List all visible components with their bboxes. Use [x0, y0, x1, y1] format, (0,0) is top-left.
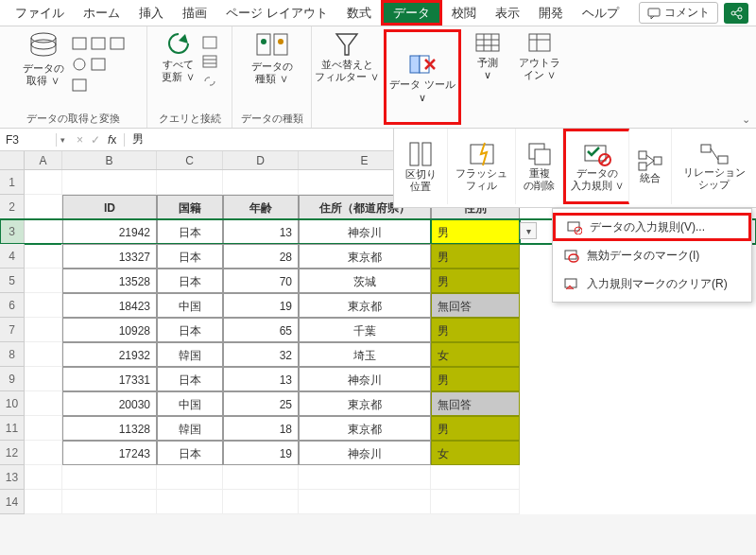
cell-addr[interactable]: 茨城 — [299, 269, 431, 293]
tab-formula[interactable]: 数式 — [337, 3, 381, 23]
cell-sex[interactable]: 無回答 — [431, 293, 520, 318]
forecast-button[interactable]: 予測 ∨ — [473, 30, 502, 81]
cell-sex[interactable]: 男 — [431, 244, 520, 269]
tab-data[interactable]: データ — [381, 0, 442, 26]
row-header[interactable]: 5 — [0, 269, 25, 293]
cell-sex[interactable]: 男 — [431, 367, 520, 391]
cell-id[interactable]: 21942 — [62, 219, 157, 244]
cell-sex[interactable]: 男 — [431, 416, 520, 441]
col-D[interactable]: D — [223, 151, 299, 169]
menu-clear-circles[interactable]: 入力規則マークのクリア(R) — [553, 269, 751, 298]
cell-addr[interactable]: 神奈川 — [299, 441, 431, 465]
cell-age[interactable]: 65 — [223, 318, 299, 342]
cell-id[interactable]: 13528 — [62, 269, 157, 293]
tab-review[interactable]: 校閲 — [442, 3, 486, 23]
cell-age[interactable]: 19 — [223, 441, 299, 465]
cell-sex[interactable]: 男 — [431, 219, 520, 244]
cell-nat[interactable]: 日本 — [157, 441, 223, 465]
tab-file[interactable]: ファイル — [6, 3, 74, 23]
cell-nat[interactable]: 韓国 — [157, 416, 223, 441]
properties-icon[interactable] — [202, 55, 217, 68]
col-C[interactable]: C — [157, 151, 223, 169]
from-file-icon[interactable] — [72, 36, 125, 51]
cell-sex[interactable]: 無回答 — [431, 391, 520, 416]
cell-nat[interactable]: 日本 — [157, 367, 223, 391]
enter-icon[interactable]: ✓ — [91, 133, 100, 147]
row-header[interactable]: 1 — [0, 170, 25, 195]
cell-nat[interactable]: 中国 — [157, 293, 223, 318]
cell-addr[interactable]: 千葉 — [299, 318, 431, 342]
cell-age[interactable]: 19 — [223, 293, 299, 318]
tab-help[interactable]: ヘルプ — [573, 3, 628, 23]
data-types-button[interactable]: データの 種類 ∨ — [251, 30, 293, 85]
row-header[interactable]: 11 — [0, 416, 25, 441]
cell-id[interactable]: 13327 — [62, 244, 157, 269]
edit-links-icon[interactable] — [202, 74, 217, 87]
comments-button[interactable]: コメント — [639, 2, 718, 24]
cell-age[interactable]: 18 — [223, 416, 299, 441]
name-box[interactable]: F3 — [0, 133, 57, 147]
cell-nat[interactable]: 日本 — [157, 269, 223, 293]
tab-view[interactable]: 表示 — [486, 3, 529, 23]
consolidate-button[interactable]: 統合 — [629, 129, 672, 204]
cell-addr[interactable]: 東京都 — [299, 391, 431, 416]
row-header[interactable]: 4 — [0, 244, 25, 269]
text-to-columns-button[interactable]: 区切り位置 — [394, 129, 448, 204]
cell-age[interactable]: 13 — [223, 367, 299, 391]
cell-addr[interactable]: 東京都 — [299, 416, 431, 441]
cell-nat[interactable]: 中国 — [157, 391, 223, 416]
select-all-corner[interactable] — [0, 151, 25, 170]
row-header[interactable]: 7 — [0, 318, 25, 342]
share-button[interactable] — [724, 3, 748, 24]
from-web-icon[interactable] — [72, 57, 125, 72]
cell-addr[interactable]: 東京都 — [299, 293, 431, 318]
cell-id[interactable]: 10928 — [62, 318, 157, 342]
get-data-button[interactable]: データの 取得 ∨ — [23, 30, 64, 87]
col-B[interactable]: B — [62, 151, 157, 169]
tab-dev[interactable]: 開発 — [529, 3, 573, 23]
cell-id[interactable]: 21932 — [62, 342, 157, 367]
cell-sex[interactable]: 男 — [431, 318, 520, 342]
data-tools-button[interactable]: データ ツール ∨ — [389, 50, 455, 103]
outline-button[interactable]: アウトラ イン ∨ — [519, 30, 560, 81]
menu-data-validation[interactable]: データの入力規則(V)... — [553, 213, 751, 241]
cell-age[interactable]: 13 — [223, 219, 299, 244]
from-table-icon[interactable] — [72, 78, 106, 93]
cell-age[interactable]: 25 — [223, 391, 299, 416]
cell-nat[interactable]: 日本 — [157, 318, 223, 342]
sort-filter-button[interactable]: 並べ替えと フィルター ∨ — [315, 30, 378, 83]
cell-id[interactable]: 20030 — [62, 391, 157, 416]
cell-id[interactable]: 17243 — [62, 441, 157, 465]
tab-insert[interactable]: 挿入 — [129, 3, 173, 23]
cell-nat[interactable]: 日本 — [157, 244, 223, 269]
refresh-all-button[interactable]: すべて 更新 ∨ — [162, 30, 194, 83]
collapse-ribbon-icon[interactable]: ⌄ — [742, 113, 750, 126]
cell-id[interactable]: 17331 — [62, 367, 157, 391]
cell-id[interactable]: 18423 — [62, 293, 157, 318]
cell-sex[interactable]: 女 — [431, 441, 520, 465]
row-header[interactable]: 10 — [0, 391, 25, 416]
cancel-icon[interactable]: × — [77, 133, 83, 147]
remove-duplicates-button[interactable]: 重複 の削除 — [516, 129, 563, 204]
cell-addr[interactable]: 埼玉 — [299, 342, 431, 367]
data-validation-button[interactable]: データの 入力規則 ∨ — [563, 129, 629, 204]
tab-draw[interactable]: 描画 — [173, 3, 216, 23]
menu-circle-invalid[interactable]: 無効データのマーク(I) — [553, 241, 751, 269]
cell-addr[interactable]: 東京都 — [299, 244, 431, 269]
cell-sex[interactable]: 男 — [431, 269, 520, 293]
row-header[interactable]: 12 — [0, 441, 25, 465]
cell-age[interactable]: 70 — [223, 269, 299, 293]
flash-fill-button[interactable]: フラッシュ フィル — [448, 129, 516, 204]
row-header[interactable]: 6 — [0, 293, 25, 318]
row-header[interactable]: 14 — [0, 490, 25, 514]
relationships-button[interactable]: リレーションシップ — [672, 129, 756, 204]
cell-nat[interactable]: 韓国 — [157, 342, 223, 367]
tab-home[interactable]: ホーム — [74, 3, 129, 23]
row-header[interactable]: 3 — [0, 219, 25, 244]
fx-icon[interactable]: fx — [108, 133, 116, 147]
row-header[interactable]: 13 — [0, 465, 25, 490]
dropdown-handle-icon[interactable]: ▾ — [520, 222, 537, 239]
row-header[interactable]: 8 — [0, 342, 25, 367]
cell-id[interactable]: 11328 — [62, 416, 157, 441]
cell-nat[interactable]: 日本 — [157, 219, 223, 244]
